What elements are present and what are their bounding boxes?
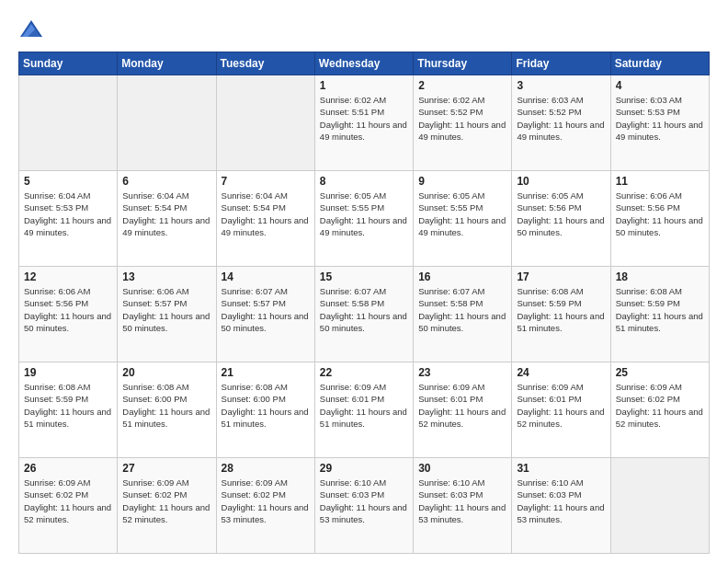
day-info: Sunrise: 6:09 AMSunset: 6:02 PMDaylight:… [122, 477, 210, 524]
calendar-header-tuesday: Tuesday [216, 52, 314, 75]
calendar-day-cell: 2Sunrise: 6:02 AMSunset: 5:52 PMDaylight… [414, 75, 512, 171]
page: SundayMondayTuesdayWednesdayThursdayFrid… [0, 0, 728, 563]
day-info: Sunrise: 6:08 AMSunset: 6:00 PMDaylight:… [222, 382, 309, 429]
header [18, 17, 710, 42]
calendar-header-row: SundayMondayTuesdayWednesdayThursdayFrid… [19, 52, 710, 75]
day-number: 8 [320, 175, 408, 188]
day-info: Sunrise: 6:07 AMSunset: 5:58 PMDaylight:… [418, 286, 506, 333]
day-number: 9 [418, 175, 506, 188]
day-info: Sunrise: 6:06 AMSunset: 5:56 PMDaylight:… [616, 190, 703, 237]
calendar-day-cell: 28Sunrise: 6:09 AMSunset: 6:02 PMDayligh… [216, 458, 314, 554]
calendar-week-row: 19Sunrise: 6:08 AMSunset: 5:59 PMDayligh… [19, 362, 710, 458]
calendar-day-cell: 3Sunrise: 6:03 AMSunset: 5:52 PMDaylight… [512, 75, 610, 171]
day-number: 10 [517, 175, 605, 188]
calendar-header-monday: Monday [118, 52, 216, 75]
calendar-day-cell: 8Sunrise: 6:05 AMSunset: 5:55 PMDaylight… [314, 171, 413, 267]
day-number: 27 [122, 462, 210, 475]
day-info: Sunrise: 6:09 AMSunset: 6:01 PMDaylight:… [320, 382, 407, 429]
calendar-day-cell: 5Sunrise: 6:04 AMSunset: 5:53 PMDaylight… [19, 171, 118, 267]
day-info: Sunrise: 6:04 AMSunset: 5:54 PMDaylight:… [122, 190, 210, 237]
calendar-day-cell: 4Sunrise: 6:03 AMSunset: 5:53 PMDaylight… [610, 75, 709, 171]
calendar-day-cell: 7Sunrise: 6:04 AMSunset: 5:54 PMDaylight… [216, 171, 314, 267]
calendar-day-cell: 26Sunrise: 6:09 AMSunset: 6:02 PMDayligh… [19, 458, 118, 554]
day-number: 16 [418, 270, 506, 283]
day-info: Sunrise: 6:10 AMSunset: 6:03 PMDaylight:… [320, 477, 407, 524]
calendar-week-row: 26Sunrise: 6:09 AMSunset: 6:02 PMDayligh… [19, 458, 710, 554]
day-number: 19 [24, 366, 112, 379]
day-number: 21 [222, 366, 310, 379]
calendar-day-cell: 14Sunrise: 6:07 AMSunset: 5:57 PMDayligh… [216, 267, 314, 362]
calendar-header-saturday: Saturday [610, 52, 709, 75]
day-number: 13 [122, 270, 210, 283]
day-number: 17 [517, 270, 605, 283]
day-number: 22 [320, 366, 408, 379]
day-number: 4 [616, 79, 704, 92]
day-info: Sunrise: 6:09 AMSunset: 6:02 PMDaylight:… [616, 382, 703, 429]
calendar-day-cell [19, 75, 118, 171]
calendar-week-row: 5Sunrise: 6:04 AMSunset: 5:53 PMDaylight… [19, 171, 710, 267]
calendar-day-cell [118, 75, 216, 171]
day-info: Sunrise: 6:10 AMSunset: 6:03 PMDaylight:… [418, 477, 506, 524]
day-number: 25 [616, 366, 704, 379]
calendar-day-cell: 18Sunrise: 6:08 AMSunset: 5:59 PMDayligh… [610, 267, 709, 362]
calendar-day-cell: 25Sunrise: 6:09 AMSunset: 6:02 PMDayligh… [610, 362, 709, 458]
day-number: 24 [517, 366, 605, 379]
calendar-day-cell: 27Sunrise: 6:09 AMSunset: 6:02 PMDayligh… [118, 458, 216, 554]
calendar-day-cell: 15Sunrise: 6:07 AMSunset: 5:58 PMDayligh… [314, 267, 413, 362]
day-number: 30 [418, 462, 506, 475]
day-number: 15 [320, 270, 408, 283]
day-info: Sunrise: 6:03 AMSunset: 5:53 PMDaylight:… [616, 95, 703, 142]
day-info: Sunrise: 6:07 AMSunset: 5:58 PMDaylight:… [320, 286, 407, 333]
day-number: 23 [418, 366, 506, 379]
day-info: Sunrise: 6:08 AMSunset: 5:59 PMDaylight:… [616, 286, 703, 333]
calendar-day-cell: 19Sunrise: 6:08 AMSunset: 5:59 PMDayligh… [19, 362, 118, 458]
calendar-header-friday: Friday [512, 52, 610, 75]
day-info: Sunrise: 6:05 AMSunset: 5:55 PMDaylight:… [418, 190, 506, 237]
day-info: Sunrise: 6:10 AMSunset: 6:03 PMDaylight:… [517, 477, 604, 524]
calendar-day-cell: 11Sunrise: 6:06 AMSunset: 5:56 PMDayligh… [610, 171, 709, 267]
day-number: 31 [517, 462, 605, 475]
calendar-day-cell: 20Sunrise: 6:08 AMSunset: 6:00 PMDayligh… [118, 362, 216, 458]
day-number: 3 [517, 79, 605, 92]
day-number: 14 [222, 270, 310, 283]
calendar-day-cell: 1Sunrise: 6:02 AMSunset: 5:51 PMDaylight… [314, 75, 413, 171]
day-info: Sunrise: 6:06 AMSunset: 5:57 PMDaylight:… [122, 286, 210, 333]
day-info: Sunrise: 6:03 AMSunset: 5:52 PMDaylight:… [517, 95, 604, 142]
calendar-day-cell: 29Sunrise: 6:10 AMSunset: 6:03 PMDayligh… [314, 458, 413, 554]
calendar-day-cell: 12Sunrise: 6:06 AMSunset: 5:56 PMDayligh… [19, 267, 118, 362]
day-number: 12 [24, 270, 112, 283]
day-number: 18 [616, 270, 704, 283]
calendar-day-cell: 21Sunrise: 6:08 AMSunset: 6:00 PMDayligh… [216, 362, 314, 458]
calendar-day-cell: 23Sunrise: 6:09 AMSunset: 6:01 PMDayligh… [414, 362, 512, 458]
day-info: Sunrise: 6:04 AMSunset: 5:53 PMDaylight:… [24, 190, 111, 237]
calendar-day-cell: 31Sunrise: 6:10 AMSunset: 6:03 PMDayligh… [512, 458, 610, 554]
logo [18, 17, 46, 42]
day-info: Sunrise: 6:02 AMSunset: 5:51 PMDaylight:… [320, 95, 407, 142]
calendar-header-thursday: Thursday [414, 52, 512, 75]
day-info: Sunrise: 6:09 AMSunset: 6:02 PMDaylight:… [24, 477, 111, 524]
day-info: Sunrise: 6:05 AMSunset: 5:56 PMDaylight:… [517, 190, 604, 237]
calendar-week-row: 1Sunrise: 6:02 AMSunset: 5:51 PMDaylight… [19, 75, 710, 171]
day-info: Sunrise: 6:09 AMSunset: 6:02 PMDaylight:… [222, 477, 309, 524]
calendar-day-cell: 16Sunrise: 6:07 AMSunset: 5:58 PMDayligh… [414, 267, 512, 362]
calendar-day-cell [610, 458, 709, 554]
calendar-week-row: 12Sunrise: 6:06 AMSunset: 5:56 PMDayligh… [19, 267, 710, 362]
day-number: 11 [616, 175, 704, 188]
day-info: Sunrise: 6:08 AMSunset: 5:59 PMDaylight:… [24, 382, 111, 429]
day-number: 1 [320, 79, 408, 92]
calendar-day-cell: 13Sunrise: 6:06 AMSunset: 5:57 PMDayligh… [118, 267, 216, 362]
day-info: Sunrise: 6:09 AMSunset: 6:01 PMDaylight:… [517, 382, 604, 429]
calendar-day-cell: 30Sunrise: 6:10 AMSunset: 6:03 PMDayligh… [414, 458, 512, 554]
day-info: Sunrise: 6:02 AMSunset: 5:52 PMDaylight:… [418, 95, 506, 142]
day-number: 26 [24, 462, 112, 475]
day-number: 5 [24, 175, 112, 188]
calendar-day-cell: 9Sunrise: 6:05 AMSunset: 5:55 PMDaylight… [414, 171, 512, 267]
day-info: Sunrise: 6:09 AMSunset: 6:01 PMDaylight:… [418, 382, 506, 429]
day-info: Sunrise: 6:07 AMSunset: 5:57 PMDaylight:… [222, 286, 309, 333]
day-number: 28 [222, 462, 310, 475]
day-number: 7 [222, 175, 310, 188]
day-info: Sunrise: 6:06 AMSunset: 5:56 PMDaylight:… [24, 286, 111, 333]
day-number: 29 [320, 462, 408, 475]
calendar-day-cell [216, 75, 314, 171]
calendar-day-cell: 17Sunrise: 6:08 AMSunset: 5:59 PMDayligh… [512, 267, 610, 362]
